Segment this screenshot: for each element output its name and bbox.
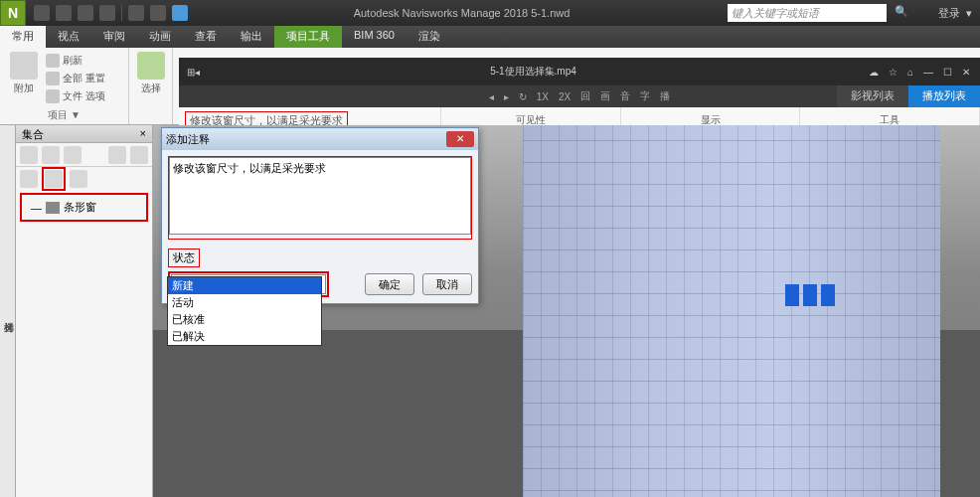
ribbon-group-project: 附加 刷新 全部 重置 文件 选项 项目 ▼: [0, 48, 129, 124]
panel-header: 集合 ×: [16, 125, 152, 143]
selected-window-1[interactable]: [785, 284, 799, 306]
folder-icon: [46, 202, 60, 214]
right-tabs: 影视列表 播放列表: [837, 85, 980, 107]
app-title: Autodesk Navisworks Manage 2018 5-1.nwd: [196, 7, 728, 19]
panel-close-icon[interactable]: ×: [140, 127, 146, 140]
video-filename: 5-1使用选择集.mp4: [208, 65, 859, 79]
rotate-icon[interactable]: ↻: [519, 91, 527, 102]
maximize-icon[interactable]: ☐: [943, 67, 952, 78]
qat-select-icon[interactable]: [172, 5, 188, 21]
refresh-label: 刷新: [63, 54, 82, 68]
speed-1x[interactable]: 1X: [537, 91, 549, 102]
tool1-icon[interactable]: [20, 146, 38, 164]
selected-window-3[interactable]: [821, 284, 835, 306]
title-right-controls: 🔍 登录 ▾: [895, 5, 980, 21]
home-icon[interactable]: ⌂: [907, 67, 913, 78]
dialog-title: 添加注释: [166, 132, 210, 147]
refresh-icon: [46, 54, 60, 68]
option-resolved[interactable]: 已解决: [168, 328, 321, 345]
tab-view[interactable]: 查看: [183, 26, 229, 48]
qat-redo-icon[interactable]: [150, 5, 166, 21]
title-bar: N Autodesk Navisworks Manage 2018 5-1.nw…: [0, 0, 980, 26]
tool4-icon[interactable]: [108, 146, 126, 164]
select-label: 选择: [141, 82, 161, 95]
qat-print-icon[interactable]: [99, 5, 115, 21]
qat-new-icon[interactable]: [34, 5, 50, 21]
tab-output[interactable]: 输出: [229, 26, 274, 48]
tree-connector: —: [31, 202, 42, 214]
qat-save-icon[interactable]: [78, 5, 93, 21]
selected-window-2[interactable]: [803, 284, 817, 306]
dialog-titlebar[interactable]: 添加注释 ✕: [162, 128, 478, 150]
search-input[interactable]: 键入关键字或短语: [728, 4, 887, 22]
separator: [121, 5, 122, 21]
qat-open-icon[interactable]: [56, 5, 72, 21]
ctrl-play[interactable]: 播: [660, 89, 670, 103]
building-model[interactable]: FG G: [523, 125, 940, 497]
tab-bim360[interactable]: BIM 360: [342, 26, 407, 48]
cursor-icon: [137, 52, 165, 80]
attach-label: 附加: [14, 82, 34, 95]
option-active[interactable]: 活动: [168, 294, 321, 311]
tab-viewpoint[interactable]: 视点: [46, 26, 91, 48]
option-approved[interactable]: 已核准: [168, 311, 321, 328]
toolb3-icon[interactable]: [70, 170, 87, 188]
tree-item-label: 条形窗: [64, 200, 96, 215]
tab-review[interactable]: 审阅: [91, 26, 137, 48]
tab-playlist[interactable]: 播放列表: [908, 85, 980, 107]
next-icon[interactable]: ▸: [504, 91, 509, 102]
qat-undo-icon[interactable]: [128, 5, 144, 21]
cloud-icon[interactable]: ☁: [869, 67, 879, 78]
cancel-button[interactable]: 取消: [422, 273, 472, 295]
highlighted-tree-item: — 条形窗: [20, 193, 148, 222]
speed-2x[interactable]: 2X: [559, 91, 571, 102]
app-icon[interactable]: N: [0, 0, 26, 26]
toolb1-icon[interactable]: [20, 170, 38, 188]
file-options-button[interactable]: 文件 选项: [46, 88, 105, 104]
close-icon[interactable]: ✕: [962, 67, 970, 78]
star-icon[interactable]: ☆: [889, 67, 898, 78]
save-set-icon[interactable]: [45, 170, 63, 188]
panel-toolbar-1: [16, 143, 152, 167]
reset-label: 全部 重置: [63, 72, 105, 85]
back-icon[interactable]: ⊞◂: [179, 67, 208, 78]
options-icon: [46, 89, 60, 103]
selection-tree-tab[interactable]: 选择树: [0, 125, 16, 497]
ctrl-audio[interactable]: 音: [620, 89, 630, 103]
ctrl-subtitle[interactable]: 字: [640, 89, 650, 103]
binoculars-icon[interactable]: 🔍: [895, 5, 910, 21]
minimize-icon[interactable]: —: [923, 67, 933, 78]
prev-icon[interactable]: ◂: [489, 91, 494, 102]
ribbon-tabs: 常用 视点 审阅 动画 查看 输出 项目工具 BIM 360 渲染: [0, 26, 980, 48]
attach-button[interactable]: 附加: [6, 50, 42, 106]
tab-video-list[interactable]: 影视列表: [837, 85, 908, 107]
dialog-close-button[interactable]: ✕: [446, 131, 474, 147]
tab-project-tools[interactable]: 项目工具: [274, 26, 342, 48]
reset-all-button[interactable]: 全部 重置: [46, 71, 105, 86]
video-titlebar: ⊞◂ 5-1使用选择集.mp4 ☁ ☆ ⌂ — ☐ ✕: [179, 58, 980, 85]
option-new[interactable]: 新建: [168, 277, 321, 294]
tool2-icon[interactable]: [42, 146, 60, 164]
comment-textarea[interactable]: [169, 157, 471, 235]
ctrl-back[interactable]: 回: [580, 89, 590, 103]
tab-home[interactable]: 常用: [0, 26, 46, 48]
highlighted-tool: [42, 167, 66, 191]
tool3-icon[interactable]: [64, 146, 82, 164]
status-label: 状态: [168, 248, 200, 267]
info-icon[interactable]: [916, 5, 932, 21]
chevron-down-icon[interactable]: ▾: [966, 7, 972, 20]
group-project-label: 项目 ▼: [6, 106, 122, 122]
tree-item-window[interactable]: — 条形窗: [27, 198, 141, 217]
ribbon-group-select: 选择: [129, 48, 173, 124]
reset-icon: [46, 72, 60, 85]
quick-access-toolbar: [26, 5, 196, 21]
ctrl-frame[interactable]: 画: [600, 89, 610, 103]
tab-render[interactable]: 渲染: [407, 26, 452, 48]
tab-animation[interactable]: 动画: [137, 26, 183, 48]
login-button[interactable]: 登录: [938, 6, 960, 21]
attach-icon: [10, 52, 38, 80]
select-button[interactable]: 选择: [135, 50, 166, 97]
ok-button[interactable]: 确定: [365, 273, 414, 295]
refresh-button[interactable]: 刷新: [46, 53, 105, 69]
tool5-icon[interactable]: [130, 146, 148, 164]
